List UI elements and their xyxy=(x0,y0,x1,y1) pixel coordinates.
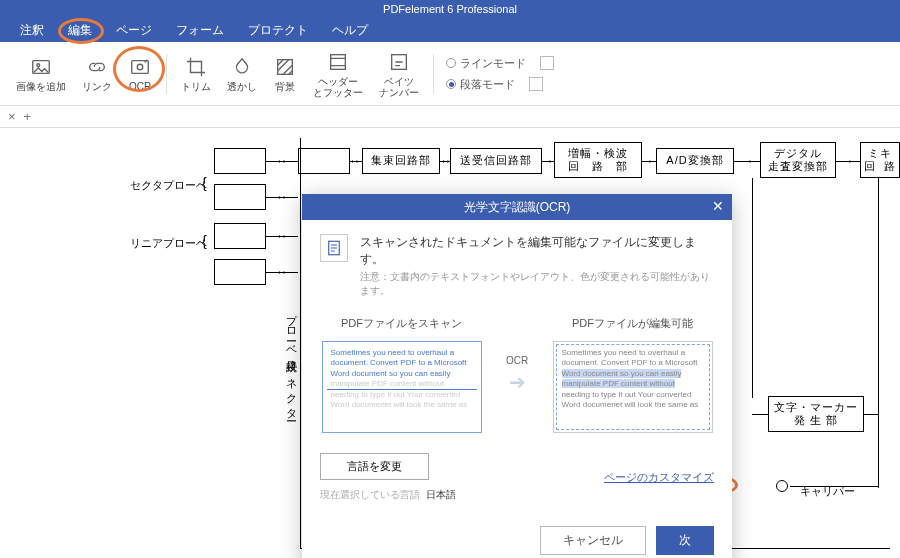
linear-probe-label: リニアプローベ xyxy=(130,236,207,251)
box-mixer: ミキ 回 路 xyxy=(860,142,900,178)
menu-annotate[interactable]: 注釈 xyxy=(8,18,56,43)
ribbon-header-footer[interactable]: ヘッダー とフッター xyxy=(305,48,371,100)
ribbon-background[interactable]: 背景 xyxy=(265,53,305,94)
intro-sub: 注意：文書内のテキストフォントやレイアウト、色が変更される可能性があります。 xyxy=(360,270,714,298)
svg-rect-2 xyxy=(132,61,149,74)
close-icon[interactable]: ✕ xyxy=(712,198,724,214)
tab-add[interactable]: + xyxy=(24,109,32,124)
box-amp: 増幅・検波 回 路 部 xyxy=(554,142,642,178)
menu-bar: 注釈 編集 ページ フォーム プロテクト ヘルプ xyxy=(0,18,900,42)
box-empty-4 xyxy=(214,223,266,249)
ribbon-bates[interactable]: ベイツ ナンバー xyxy=(371,48,427,100)
svg-point-3 xyxy=(137,64,143,70)
image-icon xyxy=(29,55,53,79)
link-icon xyxy=(85,55,109,79)
box-char-marker: 文字・マーカー 発 生 部 xyxy=(768,396,864,432)
box-empty-3 xyxy=(214,184,266,210)
paragraph-mode-radio[interactable]: 段落モード xyxy=(446,77,554,92)
edit-mode-group: ラインモード 段落モード xyxy=(440,56,554,92)
sector-probe-label: セクタプローベ xyxy=(130,178,207,193)
dropdown-icon[interactable] xyxy=(529,77,543,91)
ribbon-watermark[interactable]: 透かし xyxy=(219,53,265,94)
radio-on-icon xyxy=(446,79,456,89)
box-digital: デジタル 走査変換部 xyxy=(760,142,836,178)
svg-rect-5 xyxy=(331,54,346,69)
left-head: PDFファイルをスキャン xyxy=(320,316,483,331)
box-focus: 集束回路部 xyxy=(362,148,440,174)
bates-icon xyxy=(387,50,411,74)
ribbon-separator xyxy=(433,54,434,94)
right-head: PDFファイルが編集可能 xyxy=(551,316,714,331)
menu-form[interactable]: フォーム xyxy=(164,18,236,43)
customize-pages-link[interactable]: ページのカスタマイズ xyxy=(604,470,714,485)
ribbon-add-image[interactable]: 画像を追加 xyxy=(8,53,74,94)
ocr-icon xyxy=(128,55,152,79)
app-title: PDFelement 6 Professional xyxy=(383,3,517,15)
caliper-node xyxy=(776,480,788,492)
menu-page[interactable]: ページ xyxy=(104,18,164,43)
box-ad: A/D変換部 xyxy=(656,148,734,174)
cancel-button[interactable]: キャンセル xyxy=(540,526,646,555)
watermark-icon xyxy=(230,55,254,79)
ribbon-link[interactable]: リンク xyxy=(74,53,120,94)
ocr-dialog: 光学文字認識(OCR) ✕ スキャンされたドキュメントを編集可能なファイルに変更… xyxy=(302,194,732,558)
ribbon: 画像を追加 リンク OCR トリム 透かし 背景 ヘッダー とフッター ベイツ … xyxy=(0,42,900,106)
dropdown-icon[interactable] xyxy=(540,56,554,70)
menu-help[interactable]: ヘルプ xyxy=(320,18,380,43)
document-icon xyxy=(320,234,348,262)
dialog-title: 光学文字認識(OCR) xyxy=(464,199,571,216)
tab-strip: × + xyxy=(0,106,900,128)
ocr-arrow: OCR ➔ xyxy=(493,355,541,394)
probe-connector-label: プローベ接続コネクター xyxy=(284,306,299,417)
menu-edit[interactable]: 編集 xyxy=(56,18,104,43)
ribbon-separator xyxy=(166,54,167,94)
line-mode-radio[interactable]: ラインモード xyxy=(446,56,554,71)
current-language: 現在選択している言語日本語 xyxy=(320,488,456,502)
header-footer-icon xyxy=(326,50,350,74)
box-txrx: 送受信回路部 xyxy=(450,148,542,174)
sample-editable: Sometimes you need to overhaul a documen… xyxy=(553,341,713,433)
dialog-title-bar: 光学文字認識(OCR) ✕ xyxy=(302,194,732,220)
intro-main: スキャンされたドキュメントを編集可能なファイルに変更します。 xyxy=(360,234,714,268)
next-button[interactable]: 次 xyxy=(656,526,714,555)
menu-protect[interactable]: プロテクト xyxy=(236,18,320,43)
ribbon-ocr[interactable]: OCR xyxy=(120,53,160,94)
box-empty-2 xyxy=(298,148,350,174)
svg-point-1 xyxy=(37,64,40,67)
radio-off-icon xyxy=(446,58,456,68)
crop-icon xyxy=(184,55,208,79)
tab-close[interactable]: × xyxy=(8,109,16,124)
ribbon-trim[interactable]: トリム xyxy=(173,53,219,94)
arrow-right-icon: ➔ xyxy=(509,370,526,394)
background-icon xyxy=(273,55,297,79)
sample-scanned: Sometimes you need to overhaul a documen… xyxy=(322,341,482,433)
box-empty-1 xyxy=(214,148,266,174)
change-language-button[interactable]: 言語を変更 xyxy=(320,453,429,480)
title-bar: PDFelement 6 Professional xyxy=(0,0,900,18)
box-empty-5 xyxy=(214,259,266,285)
